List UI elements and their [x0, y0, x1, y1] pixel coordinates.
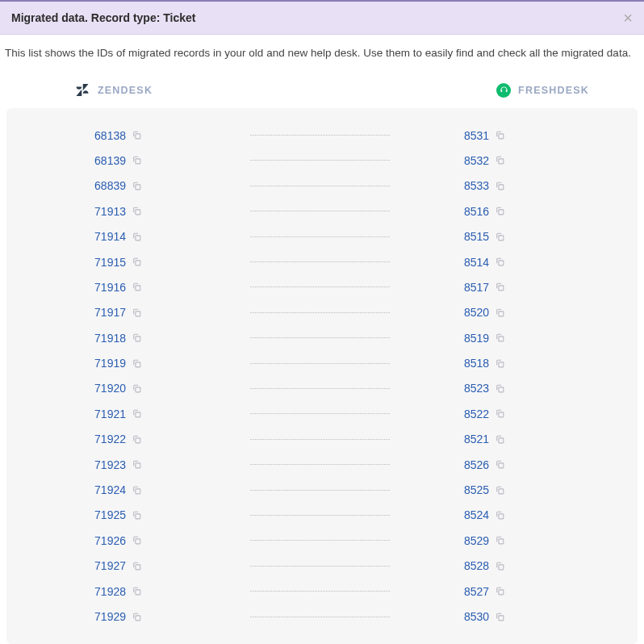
- target-id-link[interactable]: 8528: [464, 559, 489, 572]
- copy-icon[interactable]: [132, 130, 142, 140]
- row-divider: [250, 439, 390, 440]
- source-id-link[interactable]: 71923: [94, 458, 126, 471]
- target-id-link[interactable]: 8531: [464, 129, 489, 142]
- target-id-link[interactable]: 8521: [464, 433, 489, 445]
- target-id-link[interactable]: 8532: [464, 154, 489, 167]
- copy-icon[interactable]: [495, 307, 505, 318]
- table-row: 71916 8517: [6, 274, 638, 299]
- copy-icon[interactable]: [495, 155, 505, 165]
- copy-icon[interactable]: [495, 535, 505, 546]
- source-id-link[interactable]: 71921: [94, 408, 126, 420]
- source-id-link[interactable]: 71917: [94, 306, 126, 319]
- target-id-link[interactable]: 8524: [464, 508, 489, 521]
- copy-icon[interactable]: [495, 232, 505, 242]
- source-cell: 71926: [16, 534, 249, 547]
- tab-zendesk-label: ZENDESK: [98, 85, 153, 96]
- source-id-link[interactable]: 71925: [94, 508, 126, 521]
- copy-icon[interactable]: [495, 181, 505, 191]
- copy-icon[interactable]: [132, 434, 142, 445]
- table-row: 71914 8515: [6, 224, 638, 249]
- copy-icon[interactable]: [132, 535, 142, 546]
- copy-icon[interactable]: [132, 358, 142, 369]
- tab-freshdesk[interactable]: FRESHDESK: [332, 73, 644, 108]
- copy-icon[interactable]: [495, 383, 505, 394]
- source-id-link[interactable]: 71916: [94, 281, 126, 294]
- target-id-link[interactable]: 8527: [464, 585, 489, 598]
- copy-icon[interactable]: [495, 459, 505, 470]
- copy-icon[interactable]: [495, 434, 505, 445]
- copy-icon[interactable]: [132, 332, 142, 343]
- source-id-link[interactable]: 71926: [94, 534, 126, 547]
- target-id-link[interactable]: 8516: [464, 205, 489, 218]
- source-id-link[interactable]: 71913: [94, 205, 126, 218]
- tab-zendesk[interactable]: ZENDESK: [0, 73, 332, 107]
- target-id-link[interactable]: 8515: [464, 230, 489, 243]
- copy-icon[interactable]: [132, 586, 142, 596]
- source-id-link[interactable]: 71927: [94, 559, 126, 572]
- source-id-link[interactable]: 71924: [94, 483, 126, 496]
- target-cell: 8530: [391, 610, 628, 623]
- source-id-link[interactable]: 71929: [94, 610, 126, 623]
- copy-icon[interactable]: [495, 358, 505, 369]
- source-cell: 71913: [16, 205, 249, 218]
- source-cell: 71919: [16, 357, 249, 370]
- copy-icon[interactable]: [495, 408, 505, 419]
- copy-icon[interactable]: [132, 155, 142, 165]
- copy-icon[interactable]: [495, 282, 505, 292]
- source-id-link[interactable]: 68139: [94, 154, 126, 167]
- target-id-link[interactable]: 8529: [464, 534, 489, 547]
- target-id-link[interactable]: 8519: [464, 332, 489, 345]
- target-id-link[interactable]: 8518: [464, 357, 489, 370]
- copy-icon[interactable]: [132, 485, 142, 496]
- copy-icon[interactable]: [495, 206, 505, 216]
- copy-icon[interactable]: [132, 282, 142, 292]
- svg-rect-34: [136, 565, 140, 570]
- target-id-link[interactable]: 8520: [464, 306, 489, 319]
- copy-icon[interactable]: [495, 332, 505, 343]
- target-id-link[interactable]: 8522: [464, 408, 489, 420]
- source-id-link[interactable]: 71920: [94, 382, 126, 395]
- copy-icon[interactable]: [132, 181, 142, 191]
- target-id-link[interactable]: 8514: [464, 256, 489, 269]
- copy-icon[interactable]: [495, 130, 505, 140]
- source-id-link[interactable]: 71922: [94, 433, 126, 445]
- row-divider: [250, 591, 390, 592]
- source-id-link[interactable]: 71919: [94, 357, 126, 370]
- copy-icon[interactable]: [132, 307, 142, 318]
- copy-icon[interactable]: [132, 612, 142, 622]
- source-id-link[interactable]: 68138: [94, 129, 126, 142]
- close-icon[interactable]: ×: [623, 10, 633, 26]
- copy-icon[interactable]: [495, 586, 505, 596]
- target-id-link[interactable]: 8530: [464, 610, 489, 623]
- source-id-link[interactable]: 71915: [94, 256, 126, 269]
- copy-icon[interactable]: [132, 408, 142, 419]
- target-id-link[interactable]: 8533: [464, 179, 489, 192]
- copy-icon[interactable]: [495, 561, 505, 571]
- svg-rect-22: [136, 412, 140, 417]
- copy-icon[interactable]: [132, 257, 142, 267]
- source-cell: 71920: [16, 382, 249, 395]
- copy-icon[interactable]: [495, 485, 505, 496]
- target-id-link[interactable]: 8523: [464, 382, 489, 395]
- copy-icon[interactable]: [495, 612, 505, 622]
- source-id-link[interactable]: 71914: [94, 230, 126, 243]
- copy-icon[interactable]: [132, 383, 142, 394]
- copy-icon[interactable]: [495, 510, 505, 521]
- target-id-link[interactable]: 8525: [464, 483, 489, 496]
- copy-icon[interactable]: [132, 206, 142, 216]
- source-id-link[interactable]: 71928: [94, 585, 126, 598]
- source-id-link[interactable]: 71918: [94, 332, 126, 345]
- copy-icon[interactable]: [132, 510, 142, 521]
- target-id-link[interactable]: 8517: [464, 281, 489, 294]
- svg-rect-1: [499, 134, 504, 139]
- copy-icon[interactable]: [132, 232, 142, 242]
- copy-icon[interactable]: [495, 257, 505, 267]
- target-cell: 8524: [391, 508, 628, 521]
- row-divider: [250, 286, 390, 287]
- table-row: 71922 8521: [6, 427, 638, 452]
- target-id-link[interactable]: 8526: [464, 458, 489, 471]
- source-id-link[interactable]: 68839: [94, 179, 126, 192]
- row-divider: [250, 515, 390, 516]
- copy-icon[interactable]: [132, 459, 142, 470]
- copy-icon[interactable]: [132, 561, 142, 571]
